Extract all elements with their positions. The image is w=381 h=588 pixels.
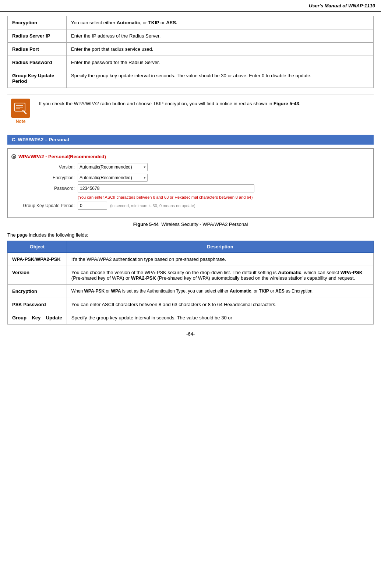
- row-desc: Specify the group key update interval in…: [67, 69, 374, 88]
- row-label: Encryption: [8, 285, 67, 298]
- encryption-select-wrap: Automatic(Recommended) TKIP AES: [78, 174, 148, 182]
- table-row: WPA-PSK/WPA2-PSK It's the WPA/WPA2 authe…: [8, 253, 374, 266]
- group-key-hint: (in second, minimum is 30, 0 means no up…: [110, 203, 195, 208]
- figure-text: Wireless Security - WPA/WPA2 Personal: [161, 222, 248, 227]
- row-label: Encryption: [8, 16, 67, 29]
- table-row: Radius Password Enter the password for t…: [8, 56, 374, 69]
- table-row: Encryption You can select either Automat…: [8, 16, 374, 29]
- note-label: Note: [7, 119, 34, 124]
- wpa-form-box: WPA/WPA2 - Personal(Recommended) Version…: [7, 148, 374, 218]
- table-header-row: Object Description: [8, 241, 374, 253]
- row-desc: You can enter ASCII characters between 8…: [67, 298, 373, 311]
- password-input[interactable]: [78, 184, 254, 192]
- row-desc: You can choose the version of the WPA-PS…: [67, 266, 373, 285]
- version-row: Version: Automatic(Recommended) WPA-PSK …: [11, 163, 370, 171]
- row-desc: Enter the password for the Radius Server…: [67, 56, 374, 69]
- table-row: PSK Password You can enter ASCII charact…: [8, 298, 374, 311]
- table-row: Version You can choose the version of th…: [8, 266, 374, 285]
- note-content: If you check the WPA/WPA2 radio button a…: [39, 101, 300, 106]
- row-desc: It's the WPA/WPA2 authentication type ba…: [67, 253, 373, 266]
- encryption-label: Encryption:: [11, 175, 78, 180]
- note-box: Note If you check the WPA/WPA2 radio but…: [7, 95, 374, 128]
- password-row: Password:: [11, 184, 370, 192]
- group-key-input[interactable]: [78, 202, 107, 210]
- version-select[interactable]: Automatic(Recommended) WPA-PSK WPA2-PSK: [78, 163, 148, 171]
- table-row: Radius Server IP Enter the IP address of…: [8, 29, 374, 43]
- version-label: Version:: [11, 164, 78, 170]
- page-number: -64-: [186, 331, 195, 337]
- section-c-label: C. WPA/WPA2 – Personal: [12, 137, 69, 142]
- row-desc: Enter the port that radius service used.: [67, 43, 374, 56]
- row-label: Radius Server IP: [8, 29, 67, 43]
- note-icon-svg: [14, 101, 28, 115]
- table-row: Group Key Update Specify the group key u…: [8, 311, 374, 325]
- desc-table: Object Description WPA-PSK/WPA2-PSK It's…: [7, 241, 374, 325]
- group-key-label: Group Key Update Period:: [11, 203, 78, 208]
- figure-label: Figure 5-44: [133, 222, 159, 227]
- row-label: Radius Password: [8, 56, 67, 69]
- section-c-header: C. WPA/WPA2 – Personal: [7, 135, 374, 145]
- row-label: PSK Password: [8, 298, 67, 311]
- row-desc: You can select either Automatic, or TKIP…: [67, 16, 374, 29]
- col-header-object: Object: [8, 241, 67, 253]
- note-icon-container: Note: [7, 99, 34, 124]
- col-header-description: Description: [67, 241, 373, 253]
- note-icon: [11, 99, 30, 118]
- table-row: Group Key Update Period Specify the grou…: [8, 69, 374, 88]
- page-description: The page includes the following fields:: [7, 232, 374, 238]
- row-label: Group Key Update Period: [8, 69, 67, 88]
- table-row: Encryption When WPA-PSK or WPA is set as…: [8, 285, 374, 298]
- note-text: If you check the WPA/WPA2 radio button a…: [39, 99, 300, 107]
- encryption-row: Encryption: Automatic(Recommended) TKIP …: [11, 174, 370, 182]
- group-key-row: Group Key Update Period: (in second, min…: [11, 202, 370, 210]
- version-select-wrap: Automatic(Recommended) WPA-PSK WPA2-PSK: [78, 163, 148, 171]
- encryption-select[interactable]: Automatic(Recommended) TKIP AES: [78, 174, 148, 182]
- top-info-table: Encryption You can select either Automat…: [7, 16, 374, 88]
- radio-label: WPA/WPA2 - Personal(Recommended): [11, 154, 370, 159]
- page-title: User's Manual of WNAP-1110: [309, 3, 375, 8]
- page-footer: -64-: [7, 331, 374, 340]
- row-desc: Specify the group key update interval in…: [67, 311, 373, 325]
- table-row: Radius Port Enter the port that radius s…: [8, 43, 374, 56]
- row-desc: When WPA-PSK or WPA is set as the Authen…: [67, 285, 373, 298]
- password-label: Password:: [11, 186, 78, 191]
- radio-button[interactable]: [11, 154, 16, 159]
- figure-caption: Figure 5-44 Wireless Security - WPA/WPA2…: [7, 222, 374, 227]
- row-label: Group Key Update: [8, 311, 67, 325]
- row-label: Version: [8, 266, 67, 285]
- row-label: WPA-PSK/WPA2-PSK: [8, 253, 67, 266]
- password-hint: (You can enter ASCII characters between …: [78, 195, 370, 199]
- svg-line-5: [24, 111, 26, 114]
- radio-label-text: WPA/WPA2 - Personal(Recommended): [18, 154, 106, 159]
- row-label: Radius Port: [8, 43, 67, 56]
- page-header: User's Manual of WNAP-1110: [0, 0, 381, 12]
- row-desc: Enter the IP address of the Radius Serve…: [67, 29, 374, 43]
